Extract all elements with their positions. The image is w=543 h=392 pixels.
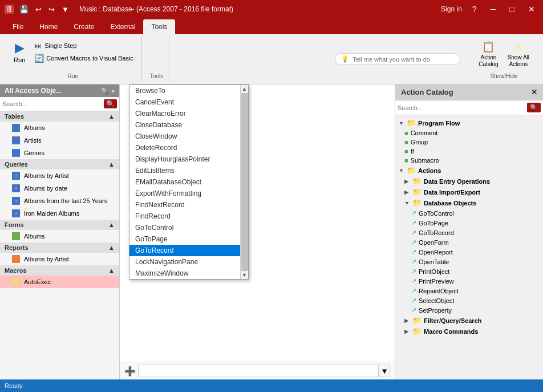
dropdown-item-gotopage[interactable]: GoToPage [129,233,248,245]
nav-item-albums-form[interactable]: Albums [0,230,119,243]
dropdown-item-maximizewindow[interactable]: MaximizeWindow [129,268,248,279]
nav-item-albums-25-years-query[interactable]: ! Albums from the last 25 Years [0,195,119,207]
nav-item-albums-by-artist-query[interactable]: ! Albums by Artist [0,169,119,182]
action-dropdown[interactable]: BrowseTo CancelEvent ClearMacroError Clo… [129,84,249,280]
action-catalog-btn[interactable]: 📋 ActionCatalog [475,39,501,70]
tree-openreport[interactable]: ↗ OpenReport [395,247,543,257]
tree-macro-commands[interactable]: ▶ 📁 Macro Commands [395,326,543,337]
nav-item-albums-by-artist-report[interactable]: Albums by Artist [0,253,119,265]
nav-item-artists-table[interactable]: Artists [0,134,119,147]
undo-quick-btn[interactable]: ↩ [33,4,44,15]
dropdown-scrollbar[interactable]: ▲ ▼ [240,85,248,279]
nav-item-autoexec-macro[interactable]: AutoExec [0,276,119,288]
albums-by-date-query-label: Albums by date [24,185,67,192]
nav-search-btn[interactable]: 🔍 [104,99,117,108]
scroll-up-btn[interactable]: ▲ [242,86,247,92]
tree-database-objects[interactable]: ▼ 📁 Database Objects [395,197,543,208]
tree-printobject[interactable]: ↗ PrintObject [395,266,543,276]
help-btn[interactable]: ? [469,3,480,15]
customize-quick-btn[interactable]: ▼ [59,4,71,15]
tree-actions[interactable]: ▼ 📁 Actions [395,165,543,176]
scroll-thumb[interactable] [241,93,248,271]
tree-setproperty[interactable]: ↗ SetProperty [395,305,543,315]
tree-openform[interactable]: ↗ OpenForm [395,237,543,247]
table-icon-artists [11,136,21,145]
catalog-search-input[interactable] [398,104,525,111]
tab-home[interactable]: Home [31,19,66,34]
dropdown-item-deleterecord[interactable]: DeleteRecord [129,142,248,153]
folder-icon-actions: 📁 [407,166,416,175]
run-button[interactable]: ▶ Run [10,39,29,65]
nav-section-reports[interactable]: Reports ▲ [0,243,119,253]
tree-group[interactable]: ■ Group [395,138,543,147]
nav-section-queries[interactable]: Queries ▲ [0,159,119,169]
tree-selectobject[interactable]: ↗ SelectObject [395,296,543,305]
tree-gotorecord[interactable]: ↗ GoToRecord [395,228,543,237]
dropdown-list[interactable]: BrowseTo CancelEvent ClearMacroError Clo… [129,85,248,279]
tab-tools[interactable]: Tools [143,19,175,34]
nav-item-albums-by-date-query[interactable]: ! Albums by date [0,182,119,195]
tree-program-flow[interactable]: ▼ 📁 Program Flow [395,118,543,128]
dropdown-item-findrecord[interactable]: FindRecord [129,211,248,222]
dropdown-item-closedatabase[interactable]: CloseDatabase [129,119,248,131]
tree-opentable[interactable]: ↗ OpenTable [395,257,543,266]
nav-item-iron-maiden-query[interactable]: ! Iron Maiden Albums [0,207,119,220]
save-quick-btn[interactable]: 💾 [17,4,31,15]
tree-submacro[interactable]: ■ Submacro [395,156,543,165]
sign-in-link[interactable]: Sign in [441,5,462,13]
dropdown-item-emaildatabase[interactable]: EMailDatabaseObject [129,176,248,188]
single-step-btn[interactable]: ⏭ Single Step [32,40,136,51]
action-input-field[interactable] [138,365,379,377]
nav-search-input[interactable] [2,100,102,107]
action-dropdown-btn[interactable]: ▼ [379,365,390,377]
nav-item-albums-table[interactable]: Albums [0,122,119,134]
tree-filter-query-search[interactable]: ▶ 📁 Filter/Query/Search [395,315,543,326]
tab-create[interactable]: Create [66,19,102,34]
convert-macros-btn[interactable]: 🔄 Convert Macros to Visual Basic [32,52,136,64]
dropdown-item-browseto[interactable]: BrowseTo [129,85,248,96]
nav-expand-icon[interactable]: » [111,87,115,95]
tab-external[interactable]: External [102,19,143,34]
nav-section-forms[interactable]: Forms ▲ [0,220,119,230]
tell-me-bar[interactable]: 💡 [335,53,460,65]
catalog-search-btn[interactable]: 🔍 [527,103,541,112]
tree-gotocontrol[interactable]: ↗ GoToControl [395,208,543,218]
artists-table-label: Artists [24,137,42,144]
show-all-actions-btn[interactable]: ⚠ Show AllActions [504,39,533,70]
dropdown-item-locknavpane[interactable]: LockNavigationPane [129,256,248,268]
tree-gotopage[interactable]: ↗ GoToPage [395,218,543,228]
nav-scroll[interactable]: Tables ▲ Albums Artists Genres Queries ▲ [0,111,119,379]
add-action-btn[interactable]: ➕ [124,366,136,377]
scroll-down-btn[interactable]: ▼ [242,272,247,278]
tree-comment[interactable]: ■ Comment [395,128,543,138]
catalog-search-bar: 🔍 [395,100,543,115]
dropdown-item-displayhourglass[interactable]: DisplayHourglassPointer [129,153,248,165]
nav-section-macros[interactable]: Macros ▲ [0,265,119,276]
tab-file[interactable]: File [5,19,31,34]
tree-data-entry-ops[interactable]: ▶ 📁 Data Entry Operations [395,176,543,187]
tree-repaintobject[interactable]: ↗ RepaintObject [395,286,543,296]
tree-printpreview[interactable]: ↗ PrintPreview [395,276,543,286]
catalog-tree[interactable]: ▼ 📁 Program Flow ■ Comment ■ Group ■ [395,115,543,379]
dropdown-item-editlistitems[interactable]: EditListItems [129,165,248,176]
restore-btn[interactable]: □ [506,3,518,15]
tree-if[interactable]: ■ If [395,147,543,156]
close-btn[interactable]: ✕ [525,3,538,15]
nav-item-genres-table[interactable]: Genres [0,147,119,159]
minimize-btn[interactable]: ─ [487,3,500,15]
title-bar-left: 🗄 💾 ↩ ↪ ▼ Music : Database- (Access 2007… [5,4,233,15]
tell-me-input[interactable] [352,56,454,63]
dropdown-item-closewindow[interactable]: CloseWindow [129,131,248,142]
nav-header: All Access Obje... 🔍 » [0,84,119,97]
tree-data-import-export[interactable]: ▶ 📁 Data Import/Export [395,187,543,197]
dropdown-item-exportwithformatting[interactable]: ExportWithFormatting [129,188,248,199]
nav-search-icon[interactable]: 🔍 [101,87,109,95]
nav-section-tables[interactable]: Tables ▲ [0,111,119,122]
dropdown-item-gotorecord[interactable]: GoToRecord [129,245,248,256]
dropdown-item-findnextrecord[interactable]: FindNextRecord [129,199,248,211]
redo-quick-btn[interactable]: ↪ [46,4,57,15]
dropdown-item-clearmacroerror[interactable]: ClearMacroError [129,108,248,119]
dropdown-item-cancelevent[interactable]: CancelEvent [129,96,248,108]
catalog-close-btn[interactable]: ✕ [531,88,537,96]
dropdown-item-gotocontrol[interactable]: GoToControl [129,222,248,233]
